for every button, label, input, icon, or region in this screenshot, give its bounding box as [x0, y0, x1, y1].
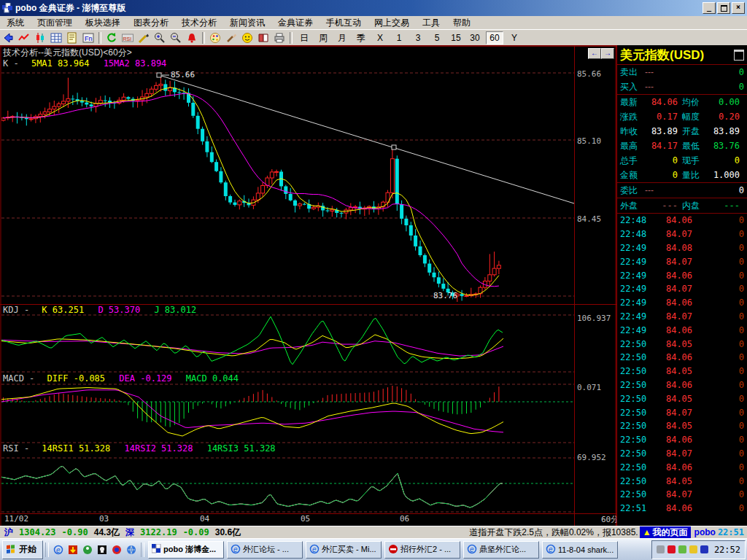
quote-row: 总手0现手0 — [617, 153, 747, 168]
app-logo-icon — [2, 3, 12, 13]
task-button[interactable]: 招行外汇2 - ... — [384, 541, 460, 559]
smiley-icon[interactable] — [240, 31, 255, 44]
quote-grid-icon[interactable] — [49, 31, 63, 44]
price-axis-label: 84.45 — [577, 214, 601, 224]
menu-bar: 系统页面管理板块选择图表分析技术分析新闻资讯金典证券手机互动网上交易工具帮助 — [0, 16, 747, 30]
quote-row: 最新84.06均价0.00 — [617, 95, 747, 109]
tray-network-icon[interactable] — [700, 545, 708, 553]
tick-row: 22:5084.060 — [617, 433, 747, 447]
task-button[interactable]: e11-8-04 shark... — [542, 541, 618, 559]
x-axis-label: 11/02 — [4, 514, 28, 524]
chart-canvas[interactable] — [0, 45, 616, 526]
menu-item-3[interactable]: 板块选择 — [79, 16, 127, 29]
alarm-icon[interactable] — [185, 31, 199, 44]
period-button-月[interactable]: 月 — [334, 32, 350, 44]
tray-volume-icon[interactable] — [657, 545, 665, 553]
period-button-日[interactable]: 日 — [296, 32, 312, 44]
period-button-周[interactable]: 周 — [315, 32, 331, 44]
page-next-button[interactable]: → — [601, 48, 614, 59]
menu-item-6[interactable]: 新闻资讯 — [223, 16, 271, 29]
quick-launch-ie-icon[interactable]: e — [51, 542, 66, 557]
my-page-badge[interactable]: ▲我的页面 — [640, 526, 691, 539]
quick-launch-skull-icon[interactable] — [95, 542, 109, 557]
close-button[interactable]: × — [732, 2, 745, 14]
tick-row: 22:5084.070 — [617, 405, 747, 419]
ma2-value: 15MA2 83.894 — [104, 58, 167, 69]
period-button-30[interactable]: 30 — [467, 32, 483, 44]
palette-icon[interactable] — [208, 31, 222, 44]
minimize-button[interactable]: _ — [703, 2, 716, 14]
tick-row: 22:4884.070 — [617, 228, 747, 241]
period-button-1[interactable]: 1 — [391, 32, 407, 44]
menu-item-11[interactable]: 帮助 — [446, 16, 477, 29]
session-low-annotation: 83.76 — [433, 291, 457, 300]
menu-item-2[interactable]: 页面管理 — [31, 16, 79, 29]
x-axis-label: 04 — [200, 514, 209, 524]
menu-item-8[interactable]: 手机互动 — [320, 16, 368, 29]
period-button-Y[interactable]: Y — [506, 32, 522, 44]
refresh-icon[interactable] — [104, 31, 119, 44]
print-icon[interactable] — [272, 31, 287, 44]
period-button-60[interactable]: 60 — [486, 31, 503, 44]
pobo-icon — [152, 544, 161, 555]
brush-icon[interactable] — [224, 31, 239, 44]
quote-row: 涨跌0.17幅度0.20 — [617, 109, 747, 124]
quick-launch-download-icon[interactable] — [66, 542, 80, 557]
ie-icon: e — [309, 544, 320, 556]
menu-item-7[interactable]: 金典证券 — [271, 16, 320, 29]
market-indices: 沪 1304.23 -0.90 44.3亿 深 3122.19 -0.09 30… — [0, 527, 245, 538]
ie-icon: e — [467, 544, 477, 556]
trend-line-icon[interactable] — [17, 31, 31, 44]
book-icon[interactable] — [256, 31, 271, 44]
trendline-high-annotation: 85.66 — [171, 70, 195, 79]
tray-netcard-icon[interactable] — [678, 545, 686, 553]
task-button[interactable]: e外汇论坛 - ... — [227, 541, 303, 559]
kdj-axis-label: 106.937 — [577, 314, 611, 323]
panel-restore-icon[interactable] — [734, 50, 744, 61]
task-button[interactable]: e鼎坚外汇论... — [463, 541, 539, 559]
tick-row: 22:5184.060 — [617, 502, 747, 516]
menu-item-4[interactable]: 图表分析 — [127, 16, 175, 29]
page-prev-button[interactable]: ← — [588, 48, 601, 59]
back-arrow-icon[interactable] — [1, 31, 15, 44]
tick-row: 22:5084.050 — [617, 419, 747, 433]
tray-shield-icon[interactable] — [689, 545, 697, 553]
sz-label: 深 — [125, 526, 134, 539]
rsi-axis-label: 69.952 — [577, 453, 606, 462]
report-icon[interactable] — [65, 31, 80, 44]
rsi-icon[interactable]: RSI — [120, 31, 135, 44]
svg-text:Fn: Fn — [85, 35, 93, 42]
menu-item-10[interactable]: 工具 — [416, 16, 446, 29]
start-button[interactable]: 开始 — [2, 540, 43, 559]
tick-row: 22:5084.070 — [617, 447, 747, 461]
restore-button[interactable] — [717, 2, 730, 14]
sz-index: 3122.19 — [140, 527, 177, 537]
period-button-X[interactable]: X — [372, 32, 388, 44]
svg-text:e: e — [56, 545, 61, 553]
quote-row: 金额0量比1.000 — [617, 168, 747, 183]
menu-item-5[interactable]: 技术分析 — [175, 16, 223, 29]
windows-logo-icon — [6, 545, 16, 555]
quote-row: 卖出---0 — [617, 65, 747, 79]
quick-launch-messenger-icon[interactable] — [80, 542, 95, 557]
tick-row: 22:5084.050 — [617, 365, 747, 378]
quick-launch-stock-icon[interactable] — [109, 542, 124, 557]
period-button-3[interactable]: 3 — [410, 32, 426, 44]
period-button-5[interactable]: 5 — [429, 32, 445, 44]
period-button-季[interactable]: 季 — [353, 32, 369, 44]
svg-text:e: e — [312, 545, 317, 553]
kline-icon[interactable] — [33, 31, 47, 44]
quick-launch-browser-icon[interactable] — [124, 542, 139, 557]
zoom-in-icon[interactable] — [152, 31, 167, 44]
tray-antivirus-icon[interactable] — [667, 545, 676, 553]
menu-item-1[interactable]: 系统 — [0, 16, 31, 29]
tick-row: 22:5084.070 — [617, 488, 747, 502]
time-sales-list: 22:4884.06022:4884.07022:4984.08022:4984… — [617, 214, 747, 516]
menu-item-9[interactable]: 网上交易 — [368, 16, 416, 29]
task-button[interactable]: e外汇买卖 - Mi... — [306, 541, 382, 559]
fn-icon[interactable]: Fn — [81, 31, 96, 44]
zoom-out-icon[interactable] — [169, 31, 183, 44]
draw-icon[interactable] — [136, 31, 151, 44]
period-button-15[interactable]: 15 — [448, 32, 464, 44]
task-button[interactable]: pobo 澎博金... — [148, 541, 224, 559]
